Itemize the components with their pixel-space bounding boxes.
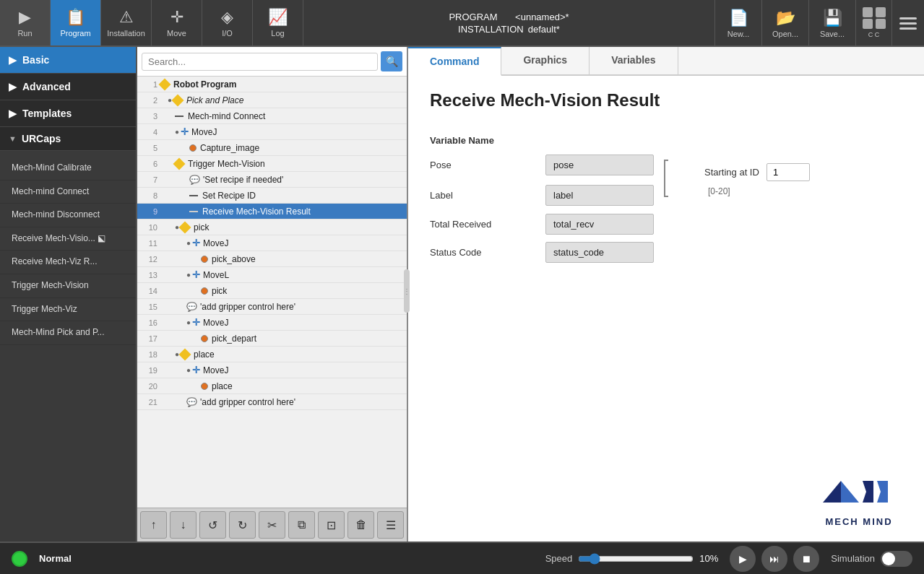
sidebar-section-advanced[interactable]: ▶ Advanced — [0, 74, 136, 100]
tab-variables[interactable]: Variables — [590, 47, 678, 76]
urcap-item-calibrate[interactable]: Mech-Mind Calibrate — [0, 157, 136, 181]
program-info: PROGRAM <unnamed>* INSTALLATION default* — [303, 0, 714, 45]
splitter-handle[interactable]: ⋮ — [404, 269, 410, 313]
tree-row[interactable]: 10 ● pick — [137, 219, 407, 235]
delete-button[interactable]: 🗑 — [347, 511, 374, 539]
tree-row[interactable]: 17 pick_depart — [137, 331, 407, 347]
tree-toolbar: ↑ ↓ ↺ ↻ ✂ ⧉ ⊡ 🗑 ☰ — [137, 508, 407, 542]
top-navigation: ▶ Run 📋 Program ⚠ Installation ✛ Move ◈ … — [0, 0, 924, 47]
urcap-item-connect[interactable]: Mech-mind Connect — [0, 181, 136, 204]
tree-row[interactable]: 4 ● ✛ MoveJ — [137, 124, 407, 140]
tree-row[interactable]: 14 pick — [137, 283, 407, 299]
pose-label: Pose — [430, 153, 545, 176]
urcaps-arrow-icon: ▼ — [9, 134, 17, 143]
tree-row[interactable]: 6 Trigger Mech-Vision — [137, 156, 407, 172]
new-button[interactable]: 📄 New... — [714, 0, 761, 47]
cc-indicators: C C — [855, 0, 891, 45]
nav-run[interactable]: ▶ Run — [0, 0, 51, 45]
hamburger-line-3 — [899, 27, 917, 30]
diamond-icon — [172, 94, 184, 106]
save-icon: 💾 — [823, 9, 842, 27]
logo-text: MECH MIND — [816, 516, 902, 527]
urcap-item-trigger-vision[interactable]: Trigger Mech-Vision — [0, 274, 136, 298]
paste-button[interactable]: ⊡ — [318, 511, 345, 539]
nav-program[interactable]: 📋 Program — [51, 0, 101, 45]
play-button[interactable]: ▶ — [730, 546, 756, 572]
tree-row[interactable]: 15 💬 'add gripper control here' — [137, 299, 407, 315]
sidebar-section-templates[interactable]: ▶ Templates — [0, 100, 136, 127]
status-code-row: Status Code status_code — [430, 242, 810, 263]
open-button[interactable]: 📂 Open... — [761, 0, 808, 47]
tab-graphics[interactable]: Graphics — [501, 47, 590, 76]
tree-row[interactable]: 7 💬 'Set recipe if needed' — [137, 172, 407, 188]
svg-marker-1 — [841, 481, 859, 503]
hamburger-menu[interactable] — [891, 0, 924, 47]
tree-row[interactable]: 5 Capture_image — [137, 140, 407, 156]
redo-button[interactable]: ↻ — [229, 511, 256, 539]
cc-dot-1 — [863, 7, 873, 17]
left-sidebar: ▶ Basic ▶ Advanced ▶ Templates ▼ URCaps … — [0, 47, 137, 542]
undo-button[interactable]: ↺ — [199, 511, 226, 539]
status-code-label: Status Code — [430, 242, 545, 263]
hamburger-line-2 — [899, 22, 917, 25]
sidebar-section-basic[interactable]: ▶ Basic — [0, 47, 136, 74]
tree-row[interactable]: 1 Robot Program — [137, 77, 407, 92]
cut-button[interactable]: ✂ — [259, 511, 285, 539]
playback-controls: ▶ ⏭ ⏹ — [730, 546, 819, 572]
cc-dot-4 — [876, 19, 886, 29]
urcap-item-pick-place[interactable]: Mech-Mind Pick and P... — [0, 321, 136, 345]
nav-installation[interactable]: ⚠ Installation — [101, 0, 152, 45]
nav-log[interactable]: 📈 Log — [253, 0, 303, 45]
program-tree: 1 Robot Program 2 ● Pick and Place 3 Mec… — [137, 77, 407, 508]
urcap-list: Mech-Mind Calibrate Mech-mind Connect Me… — [0, 151, 136, 542]
search-button[interactable]: 🔍 — [381, 51, 402, 71]
circle-icon — [189, 144, 197, 152]
tree-row[interactable]: 11 ● ✛ MoveJ — [137, 235, 407, 251]
urcap-item-disconnect[interactable]: Mech-mind Disconnect — [0, 204, 136, 227]
simulation-label: Simulation — [831, 553, 875, 564]
total-received-value: total_recv — [545, 214, 654, 235]
urcap-item-receive-vision[interactable]: Receive Mech-Visio... ⬕ — [0, 227, 136, 251]
tree-row[interactable]: 8 Set Recipe ID — [137, 188, 407, 204]
more-button[interactable]: ☰ — [377, 511, 404, 539]
tree-row-selected[interactable]: 9 Receive Mech-Vision Result — [137, 204, 407, 219]
save-button[interactable]: 💾 Save... — [808, 0, 855, 47]
urcap-item-receive-viz[interactable]: Receive Mech-Viz R... — [0, 251, 136, 274]
cross-icon: ✛ — [192, 238, 200, 248]
speed-value: 10% — [699, 553, 718, 564]
tree-row[interactable]: 19 ● ✛ MoveJ — [137, 362, 407, 378]
move-up-button[interactable]: ↑ — [140, 511, 167, 539]
speed-slider[interactable] — [578, 553, 694, 565]
search-input[interactable] — [142, 53, 378, 71]
tree-row[interactable]: 18 ● place — [137, 347, 407, 362]
nav-io[interactable]: ◈ I/O — [202, 0, 253, 45]
cross-icon: ✛ — [192, 317, 200, 328]
tree-row[interactable]: 12 pick_above — [137, 251, 407, 267]
tree-row[interactable]: 20 place — [137, 378, 407, 394]
tab-command[interactable]: Command — [408, 47, 501, 76]
open-icon: 📂 — [776, 9, 795, 27]
sidebar-section-urcaps[interactable]: ▼ URCaps — [0, 127, 136, 151]
circle-icon — [201, 335, 208, 342]
logo-svg — [816, 474, 902, 513]
simulation-toggle[interactable] — [881, 551, 912, 567]
step-button[interactable]: ⏭ — [761, 546, 787, 572]
tree-row[interactable]: 16 ● ✛ MoveJ — [137, 315, 407, 331]
tabs-bar: Command Graphics Variables — [408, 47, 924, 76]
toggle-knob — [882, 552, 895, 565]
speech-icon: 💬 — [189, 175, 200, 185]
tree-row[interactable]: 2 ● Pick and Place — [137, 92, 407, 108]
nav-move[interactable]: ✛ Move — [152, 0, 202, 45]
starting-id-input[interactable] — [767, 163, 810, 181]
tree-row[interactable]: 13 ● ✛ MoveL — [137, 267, 407, 283]
move-down-button[interactable]: ↓ — [170, 511, 197, 539]
urcap-item-trigger-viz[interactable]: Trigger Mech-Viz — [0, 298, 136, 322]
tree-row[interactable]: 21 💬 'add gripper control here' — [137, 394, 407, 410]
circle-icon — [201, 383, 208, 390]
dot-connector: ● — [186, 239, 191, 247]
stop-button[interactable]: ⏹ — [793, 546, 819, 572]
cross-icon: ✛ — [192, 365, 200, 375]
copy-button[interactable]: ⧉ — [288, 511, 315, 539]
bottom-bar: Normal Speed 10% ▶ ⏭ ⏹ Simulation — [0, 542, 924, 574]
tree-row[interactable]: 3 Mech-mind Connect — [137, 108, 407, 124]
